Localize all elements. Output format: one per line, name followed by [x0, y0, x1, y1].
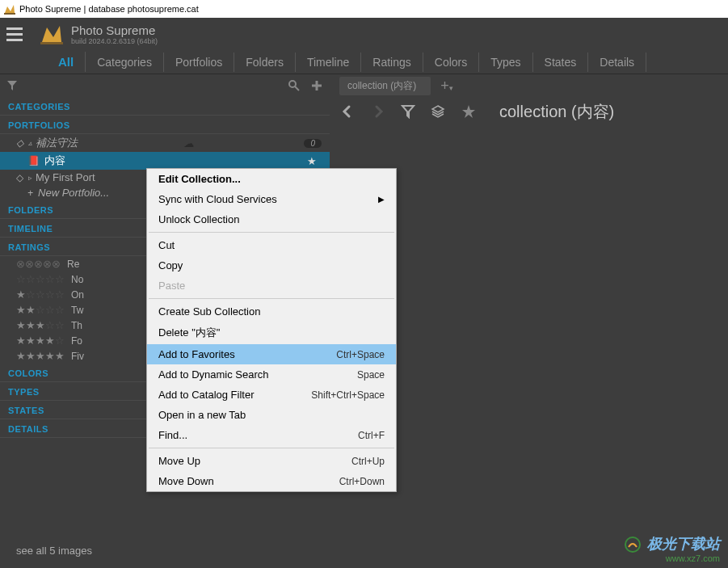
menu-shortcut: Shift+Ctrl+Space [311, 389, 385, 401]
hamburger-menu-button[interactable] [6, 23, 29, 45]
menu-paste: Paste [147, 276, 396, 296]
menu-move-down[interactable]: Move DownCtrl+Down [147, 471, 396, 491]
content-tab[interactable]: collection (内容) [339, 77, 431, 95]
filter-toolbar-icon[interactable] [401, 104, 415, 119]
menu-unlock[interactable]: Unlock Collection [147, 209, 396, 229]
content-title: collection (内容) [499, 101, 614, 123]
count-badge: 0 [304, 139, 322, 148]
collection-icon: 📕 [27, 155, 40, 166]
content-toolbar: collection (内容) [330, 97, 728, 126]
star-row-icon: ☆☆☆☆☆ [16, 273, 65, 285]
nav-tab-states[interactable]: States [533, 53, 589, 72]
nav-tab-portfolios[interactable]: Portfolios [164, 53, 234, 72]
menu-separator [149, 298, 394, 299]
star-row-icon: ★★☆☆☆ [16, 304, 65, 316]
nav-tabs: All Categories Portfolios Folders Timeli… [0, 50, 728, 74]
watermark: 极光下载站 www.xz7.com [624, 534, 720, 563]
back-arrow-icon[interactable] [339, 103, 356, 120]
context-menu: Edit Collection... Sync with Cloud Servi… [146, 168, 397, 492]
menu-add-dynamic[interactable]: Add to Dynamic SearchSpace [147, 364, 396, 385]
watermark-text: 极光下载站 [624, 534, 720, 553]
favorite-star-icon[interactable] [461, 103, 477, 120]
portfolio-item-selected[interactable]: 📕 内容 ★ [0, 152, 330, 170]
nav-tab-ratings[interactable]: Ratings [361, 53, 423, 72]
menu-add-catalog-filter[interactable]: Add to Catalog FilterShift+Ctrl+Space [147, 385, 396, 405]
rating-label: Tw [71, 305, 83, 316]
footer-text[interactable]: see all 5 images [16, 545, 92, 557]
menu-shortcut: Ctrl+Space [336, 349, 385, 360]
header-bar: Photo Supreme build 2024.0.2.6319 (64bit… [0, 18, 728, 50]
content-tabs: collection (内容) +▾ [330, 74, 728, 97]
menu-shortcut: Ctrl+F [358, 430, 385, 441]
menu-delete[interactable]: Delete "内容" [147, 322, 396, 344]
book-icon: ◇ [16, 172, 23, 183]
menu-separator [149, 448, 394, 448]
section-categories[interactable]: CATEGORIES [0, 99, 330, 116]
layers-icon[interactable] [430, 103, 446, 120]
menu-shortcut: Ctrl+Down [339, 476, 385, 487]
new-portfolio-label: New Portfolio... [38, 187, 109, 199]
app-titlebar-icon [3, 2, 16, 15]
plus-icon: + [27, 187, 33, 199]
star-row-icon: ★☆☆☆☆ [16, 288, 65, 301]
menu-sync-cloud[interactable]: Sync with Cloud Services▶ [147, 189, 396, 209]
app-title-block: Photo Supreme build 2024.0.2.6319 (64bit… [71, 23, 158, 45]
add-tab-button[interactable]: +▾ [440, 78, 453, 95]
watermark-url: www.xz7.com [624, 553, 720, 563]
forward-arrow-icon [370, 103, 386, 120]
svg-point-2 [289, 81, 296, 87]
portfolio-label: 内容 [44, 154, 65, 168]
nav-tab-folders[interactable]: Folders [234, 53, 296, 72]
cloud-icon: ☁ [183, 137, 194, 149]
menu-shortcut: Ctrl+Up [351, 456, 385, 467]
menu-cut[interactable]: Cut [147, 235, 396, 255]
svg-rect-1 [40, 42, 63, 44]
svg-rect-0 [4, 13, 15, 15]
app-build: build 2024.0.2.6319 (64bit) [71, 37, 158, 45]
search-icon[interactable] [288, 79, 301, 92]
menu-edit-collection[interactable]: Edit Collection... [147, 169, 396, 189]
menu-add-favorites[interactable]: Add to FavoritesCtrl+Space [147, 344, 396, 364]
add-icon[interactable] [310, 79, 323, 92]
nav-tab-colors[interactable]: Colors [423, 53, 479, 72]
rating-label: No [71, 274, 83, 285]
app-logo-icon [39, 21, 65, 47]
menu-shortcut: Space [357, 369, 385, 381]
star-row-icon: ★★★☆☆ [16, 319, 65, 331]
star-row-icon: ★★★★★ [16, 350, 65, 362]
submenu-arrow-icon: ▶ [378, 195, 385, 204]
nav-tab-types[interactable]: Types [479, 53, 532, 72]
app-name: Photo Supreme [71, 23, 158, 37]
expand-arrow-icon[interactable]: ▹ [28, 174, 32, 182]
expand-arrow-icon[interactable]: ▵ [28, 139, 32, 147]
reject-stars-icon: ⊗⊗⊗⊗⊗ [16, 258, 61, 270]
book-icon: ◇ [16, 137, 23, 149]
nav-tab-all[interactable]: All [47, 52, 86, 72]
portfolio-label: My First Port [36, 171, 95, 183]
window-titlebar: Photo Supreme | database photosupreme.ca… [0, 0, 728, 18]
menu-find[interactable]: Find...Ctrl+F [147, 425, 396, 445]
menu-separator [149, 232, 394, 233]
rating-label: Fiv [71, 351, 84, 362]
nav-tab-details[interactable]: Details [588, 53, 646, 72]
portfolio-item-1[interactable]: ◇ ▵ 補法守法 ☁ 0 [0, 134, 330, 152]
rating-label: On [71, 289, 84, 301]
rating-label: Fo [71, 335, 82, 347]
nav-tab-timeline[interactable]: Timeline [296, 53, 361, 72]
rating-label: Re [67, 259, 79, 270]
watermark-logo-icon [624, 536, 642, 553]
nav-tab-categories[interactable]: Categories [86, 53, 164, 72]
window-title: Photo Supreme | database photosupreme.ca… [19, 4, 199, 14]
rating-label: Th [71, 320, 82, 331]
star-icon: ★ [307, 155, 317, 167]
svg-line-3 [295, 86, 299, 90]
menu-open-new-tab[interactable]: Open in a new Tab [147, 405, 396, 425]
menu-move-up[interactable]: Move UpCtrl+Up [147, 451, 396, 471]
sidebar-toolbar [0, 74, 330, 97]
menu-copy[interactable]: Copy [147, 255, 396, 276]
menu-create-sub[interactable]: Create Sub Collection [147, 301, 396, 322]
filter-icon[interactable] [6, 80, 18, 91]
star-row-icon: ★★★★☆ [16, 334, 65, 347]
section-portfolios[interactable]: PORTFOLIOS [0, 117, 330, 134]
portfolio-label: 補法守法 [36, 136, 78, 150]
